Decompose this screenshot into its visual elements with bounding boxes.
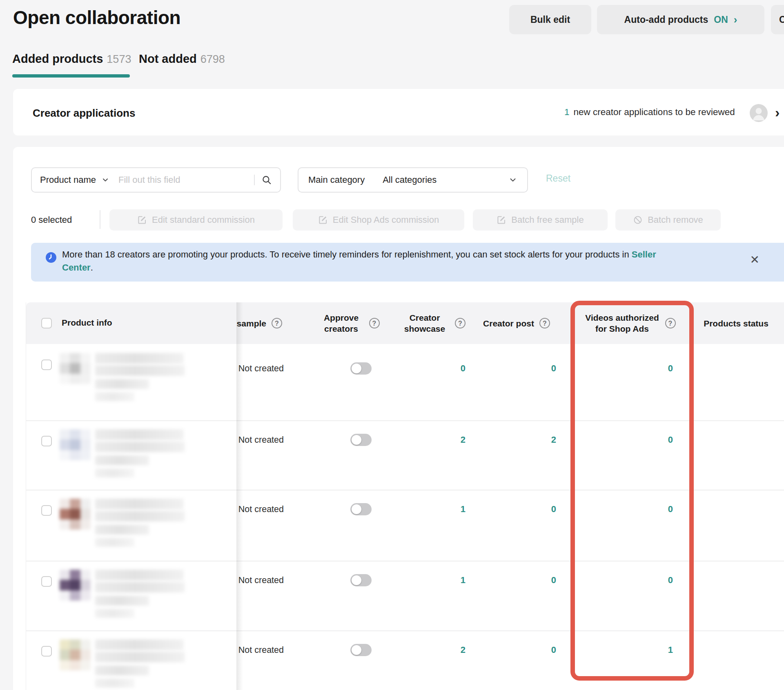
row-checkbox[interactable]	[41, 505, 52, 516]
videos-authorized-count[interactable]: 0	[632, 360, 673, 377]
product-text-placeholder	[95, 442, 185, 452]
creator-showcase-count[interactable]: 2	[425, 432, 466, 448]
product-text-placeholder	[95, 392, 134, 401]
row-checkbox[interactable]	[41, 646, 52, 657]
product-text-placeholder	[95, 652, 185, 662]
help-icon[interactable]: ?	[455, 318, 466, 328]
videos-authorized-header-label: Videos authorized for Shop Ads	[585, 312, 660, 334]
creator-showcase-count[interactable]: 2	[425, 642, 466, 658]
approve-creators-cell	[350, 360, 372, 377]
row-checkbox[interactable]	[41, 436, 52, 446]
help-icon[interactable]: ?	[369, 318, 380, 328]
row-separator	[26, 420, 236, 421]
product-text-placeholder	[95, 570, 183, 580]
product-text-placeholder	[95, 525, 149, 535]
approve-creators-cell	[350, 642, 372, 658]
product-text-placeholder	[95, 365, 185, 376]
approve-creators-cell	[350, 501, 372, 517]
help-icon[interactable]: ?	[665, 318, 676, 328]
column-header-products-status: Products status	[694, 302, 778, 344]
product-info-cell	[26, 639, 236, 690]
row-checkbox[interactable]	[41, 576, 52, 587]
product-text-placeholder	[95, 499, 183, 509]
creator-post-count[interactable]: 0	[515, 360, 556, 377]
product-text-placeholder	[95, 379, 149, 389]
product-info-cell	[26, 569, 236, 630]
creator-post-count[interactable]: 0	[515, 501, 556, 517]
product-text-placeholder	[95, 429, 183, 440]
videos-authorized-count[interactable]: 0	[632, 501, 673, 517]
creator-post-count[interactable]: 0	[515, 642, 556, 658]
product-text-placeholder	[95, 538, 134, 547]
frozen-column-shadow	[236, 302, 243, 690]
product-info-cell	[26, 498, 236, 559]
product-text-placeholder	[95, 639, 183, 650]
product-text-placeholder	[95, 353, 183, 364]
frozen-product-info-column: Product info	[26, 302, 236, 690]
product-text-placeholder	[95, 609, 134, 618]
videos-authorized-count[interactable]: 0	[632, 432, 673, 448]
creator-post-count[interactable]: 0	[515, 572, 556, 588]
product-text-placeholder	[95, 468, 134, 477]
product-info-cell	[26, 352, 236, 413]
approve-creators-cell	[350, 572, 372, 588]
videos-authorized-count[interactable]: 0	[632, 572, 673, 588]
videos-authorized-count[interactable]: 1	[632, 642, 673, 658]
creator-post-header-label: Creator post	[483, 318, 534, 329]
column-header-approve-creators: Approve creators ?	[307, 302, 391, 344]
approve-creators-toggle[interactable]	[350, 503, 372, 515]
creator-showcase-count[interactable]: 1	[425, 572, 466, 588]
approve-creators-toggle[interactable]	[350, 362, 372, 375]
row-checkbox[interactable]	[41, 359, 52, 370]
product-info-cell	[26, 428, 236, 490]
row-separator	[26, 561, 236, 561]
product-thumbnail-placeholder	[60, 570, 91, 601]
product-thumbnail-placeholder	[60, 639, 91, 670]
help-icon[interactable]: ?	[272, 318, 282, 328]
open-collaboration-page: Open collaboration Bulk edit Auto-add pr…	[0, 0, 784, 690]
product-info-header: Product info	[26, 302, 236, 344]
approve-creators-toggle[interactable]	[350, 644, 372, 656]
product-thumbnail-placeholder	[60, 499, 91, 530]
help-icon[interactable]: ?	[539, 318, 550, 328]
product-thumbnail-placeholder	[60, 429, 91, 460]
product-text-placeholder	[95, 666, 149, 675]
product-text-placeholder	[95, 582, 185, 592]
column-header-creator-showcase: Creator showcase ?	[389, 302, 477, 344]
approve-creators-header-label: Approve creators	[319, 312, 364, 334]
column-header-creator-post: Creator post ?	[474, 302, 559, 344]
approve-creators-toggle[interactable]	[350, 574, 372, 586]
row-separator	[26, 490, 236, 490]
product-text-placeholder	[95, 596, 149, 606]
creator-showcase-count[interactable]: 1	[425, 501, 466, 517]
row-separator	[26, 630, 236, 631]
creator-showcase-count[interactable]: 0	[425, 360, 466, 377]
products-status-header-label: Products status	[704, 318, 768, 329]
product-text-placeholder	[95, 679, 134, 688]
product-info-header-label: Product info	[62, 318, 112, 328]
approve-creators-toggle[interactable]	[350, 434, 372, 446]
product-text-placeholder	[95, 511, 185, 521]
column-header-videos-authorized: Videos authorized for Shop Ads ?	[577, 302, 684, 344]
select-all-checkbox[interactable]	[41, 318, 52, 328]
creator-post-count[interactable]: 2	[515, 432, 556, 448]
product-text-placeholder	[95, 455, 149, 465]
creator-showcase-header-label: Creator showcase	[400, 312, 450, 334]
product-thumbnail-placeholder	[60, 353, 91, 384]
approve-creators-cell	[350, 432, 372, 448]
